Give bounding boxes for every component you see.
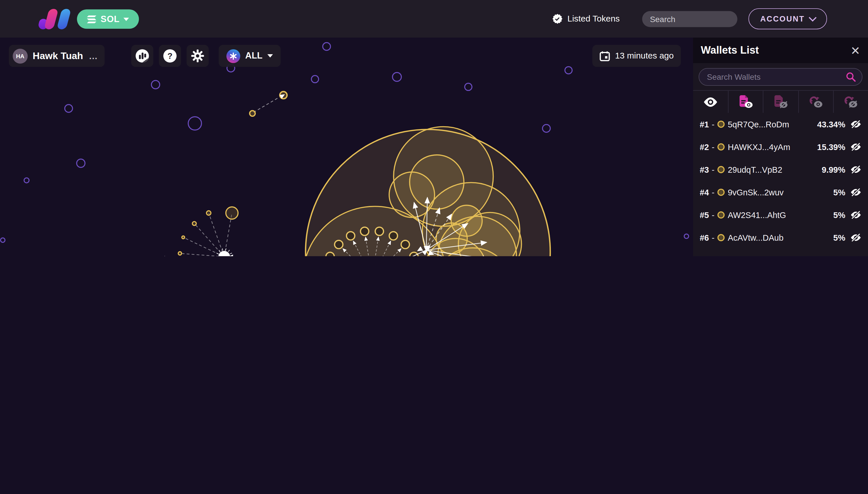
settings-button[interactable] (187, 45, 209, 67)
token-name: Hawk Tuah (33, 50, 83, 62)
background-wallet-bubble[interactable] (465, 83, 472, 90)
chart-view-button[interactable] (131, 45, 153, 67)
token-menu-button[interactable]: ... (89, 51, 98, 60)
wallet-rank: #2 (700, 142, 709, 152)
wallet-row[interactable]: #7 - Gfrg66...XnZg 5% (693, 249, 868, 256)
background-wallet-bubble[interactable] (24, 178, 29, 183)
holder-bubble-12[interactable] (436, 223, 467, 254)
wallet-percentage: 5% (833, 188, 845, 197)
satellite-wallet[interactable] (226, 207, 238, 219)
distributed-wallet-bubble[interactable] (326, 252, 334, 256)
wallet-row[interactable]: #3 - 29udqT...VpB2 9.99% (693, 158, 868, 181)
background-wallet-bubble[interactable] (151, 81, 160, 89)
background-wallet-bubble[interactable] (65, 105, 73, 112)
wallet-address: HAWKXJ...4yAm (728, 142, 790, 152)
wallet-address: AcAVtw...DAub (728, 233, 783, 242)
solana-icon (87, 15, 97, 23)
filter-show-all[interactable] (693, 91, 728, 113)
bubble-map-graph (0, 38, 694, 256)
svg-text:?: ? (167, 51, 172, 60)
wallet-percentage: 43.34% (817, 120, 845, 129)
top-bar: SOL Listed Tokens ACCOUNT (0, 0, 868, 38)
hide-wallet-icon[interactable] (850, 188, 862, 197)
cluster-filter-button[interactable]: ALL (219, 45, 281, 67)
wallet-percentage: 9.99% (822, 165, 845, 174)
chevron-down-icon (124, 18, 129, 21)
contract-eye-icon (739, 95, 753, 109)
filter-contracts-visible[interactable] (728, 91, 763, 113)
hide-wallet-icon[interactable] (850, 210, 862, 220)
wallet-row[interactable]: #1 - 5qR7Qe...RoDm 43.34% (693, 113, 868, 135)
wallets-search (693, 63, 868, 90)
network-selector[interactable]: SOL (77, 10, 139, 29)
wallet-address: AW2S41...AhtG (728, 210, 786, 220)
listed-tokens-label: Listed Tokens (568, 14, 620, 24)
background-wallet-bubble[interactable] (1, 238, 5, 242)
wallet-address: 5qR7Qe...RoDm (728, 120, 789, 129)
data-timestamp-chip[interactable]: 13 minutes ago (592, 45, 681, 67)
satellite-wallet[interactable] (182, 236, 185, 239)
background-wallet-bubble[interactable] (542, 125, 550, 132)
calendar-icon (599, 51, 610, 61)
token-chip[interactable]: HA Hawk Tuah ... (9, 45, 105, 67)
help-button[interactable]: ? (159, 45, 181, 67)
wallet-address: 9vGnSk...2wuv (728, 188, 783, 197)
search-input[interactable] (649, 14, 754, 24)
background-wallet-bubble[interactable] (77, 159, 85, 167)
distributed-wallet-bubble[interactable] (335, 241, 343, 249)
filter-burned-hidden[interactable] (833, 91, 868, 113)
hide-wallet-icon[interactable] (850, 165, 862, 174)
network-label: SOL (101, 14, 120, 24)
hide-wallet-icon[interactable] (850, 142, 862, 152)
burn-eye-off-icon (843, 96, 858, 108)
wallet-bubble-dot (717, 234, 724, 241)
hide-wallet-icon[interactable] (850, 233, 862, 242)
background-wallet-bubble[interactable] (322, 43, 330, 51)
burn-eye-icon (808, 96, 823, 108)
wallet-row[interactable]: #4 - 9vGnSk...2wuv 5% (693, 181, 868, 204)
wallet-percentage: 5% (833, 210, 845, 220)
filter-burned-visible[interactable] (798, 91, 833, 113)
question-mark-icon: ? (163, 49, 177, 63)
hide-wallet-icon[interactable] (850, 255, 862, 256)
bubblemaps-chart-icon (135, 49, 150, 63)
satellite-wallet[interactable] (250, 111, 255, 116)
background-wallet-bubble[interactable] (188, 117, 202, 130)
wallet-row[interactable]: #2 - HAWKXJ...4yAm 15.39% (693, 136, 868, 158)
holder-bubble-6[interactable] (410, 155, 464, 209)
distributed-wallet-bubble[interactable] (401, 241, 409, 249)
wallet-bubble-dot (717, 120, 724, 128)
distributed-wallet-bubble[interactable] (375, 227, 384, 235)
account-button[interactable]: ACCOUNT (748, 8, 827, 29)
distributed-wallet-bubble[interactable] (347, 232, 355, 240)
background-wallet-bubble[interactable] (311, 75, 319, 83)
wallet-rank: #3 (700, 165, 709, 174)
wallet-bubble-dot (717, 189, 724, 196)
background-wallet-bubble[interactable] (565, 66, 572, 74)
wallet-row[interactable]: #5 - AW2S41...AhtG 5% (693, 204, 868, 226)
hide-wallet-icon[interactable] (850, 120, 862, 129)
satellite-wallet[interactable] (206, 211, 211, 215)
listed-tokens-toggle[interactable]: Listed Tokens (553, 0, 620, 38)
wallets-list-panel: Wallets List ✕ (693, 38, 868, 256)
wallet-row[interactable]: #6 - AcAVtw...DAub 5% (693, 226, 868, 249)
filter-contracts-hidden[interactable] (763, 91, 798, 113)
chevron-down-icon (267, 54, 273, 58)
satellite-wallet[interactable] (192, 222, 196, 226)
wallet-visibility-filters (693, 90, 868, 113)
gear-icon (191, 49, 204, 62)
wallets-search-input[interactable] (699, 68, 863, 86)
panel-title: Wallets List (701, 44, 759, 56)
background-wallet-bubble[interactable] (684, 234, 689, 239)
distributed-wallet-bubble[interactable] (389, 232, 398, 240)
satellite-wallet[interactable] (178, 252, 182, 255)
bubble-map-canvas[interactable]: HA Hawk Tuah ... ? (0, 38, 694, 256)
bubblemaps-logo-icon[interactable] (39, 9, 71, 29)
global-search (642, 11, 737, 27)
timestamp-label: 13 minutes ago (615, 51, 674, 61)
distributed-wallet-bubble[interactable] (361, 227, 369, 235)
close-icon[interactable]: ✕ (850, 44, 860, 56)
cluster-filter-label: ALL (245, 51, 262, 61)
background-wallet-bubble[interactable] (392, 73, 401, 81)
search-icon[interactable] (846, 72, 856, 82)
